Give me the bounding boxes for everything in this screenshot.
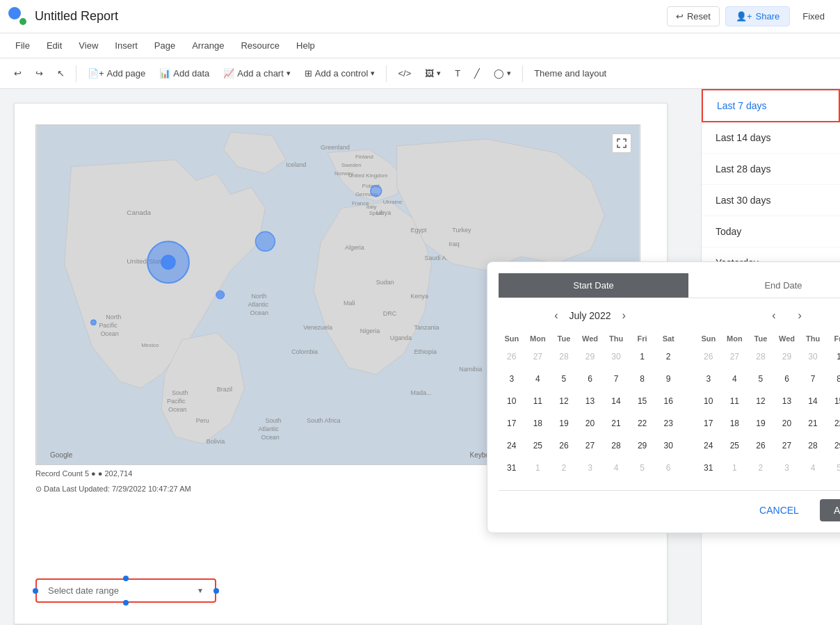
menu-edit[interactable]: Edit bbox=[40, 38, 69, 54]
calendar-day[interactable]: 10 bbox=[695, 390, 722, 412]
image-button[interactable]: 🖼 ▾ bbox=[419, 65, 446, 82]
shape-button[interactable]: ◯ ▾ bbox=[488, 65, 517, 82]
resize-handle-left[interactable] bbox=[33, 588, 38, 594]
calendar-day[interactable]: 4 bbox=[525, 368, 551, 390]
calendar-day[interactable]: 13 bbox=[577, 390, 604, 412]
resize-handle-right[interactable] bbox=[213, 588, 219, 594]
start-date-tab[interactable]: Start Date bbox=[499, 273, 688, 298]
calendar-day[interactable]: 26 bbox=[748, 435, 774, 457]
calendar-day[interactable]: 4 bbox=[800, 457, 826, 479]
calendar-day[interactable]: 8 bbox=[629, 368, 656, 390]
calendar-day[interactable]: 20 bbox=[577, 412, 604, 435]
select-button[interactable]: ↖ bbox=[51, 65, 70, 82]
right-month-next-button[interactable]: › bbox=[793, 307, 807, 325]
calendar-day[interactable]: 1 bbox=[629, 346, 656, 368]
menu-arrange[interactable]: Arrange bbox=[185, 38, 231, 54]
calendar-day[interactable]: 15 bbox=[629, 390, 656, 412]
calendar-day[interactable]: 23 bbox=[655, 412, 681, 435]
calendar-day[interactable]: 27 bbox=[774, 435, 800, 457]
calendar-day[interactable]: 19 bbox=[748, 412, 774, 435]
share-button[interactable]: 👤+ Share bbox=[725, 6, 790, 26]
menu-page[interactable]: Page bbox=[147, 38, 182, 54]
text-button[interactable]: T bbox=[449, 65, 466, 82]
calendar-day[interactable]: 21 bbox=[800, 412, 826, 435]
calendar-day[interactable]: 29 bbox=[577, 346, 604, 368]
dropdown-item-last14[interactable]: Last 14 days bbox=[702, 122, 840, 154]
resize-handle-top[interactable] bbox=[123, 576, 129, 581]
menu-view[interactable]: View bbox=[72, 38, 105, 54]
calendar-day[interactable]: 4 bbox=[603, 457, 629, 479]
add-chart-button[interactable]: 📈 Add a chart ▾ bbox=[218, 65, 296, 82]
line-button[interactable]: ╱ bbox=[469, 65, 485, 82]
calendar-day[interactable]: 14 bbox=[603, 390, 629, 412]
calendar-day[interactable]: 28 bbox=[748, 346, 774, 368]
calendar-day[interactable]: 22 bbox=[826, 412, 840, 435]
redo-button[interactable]: ↪ bbox=[30, 65, 49, 82]
left-month-prev-button[interactable]: ‹ bbox=[549, 307, 563, 325]
calendar-day[interactable]: 2 bbox=[655, 346, 681, 368]
dropdown-item-today[interactable]: Today bbox=[702, 216, 840, 247]
calendar-day[interactable]: 6 bbox=[655, 457, 681, 479]
calendar-day[interactable]: 26 bbox=[695, 346, 722, 368]
resize-handle-bottom[interactable] bbox=[123, 600, 129, 606]
calendar-day[interactable]: 28 bbox=[551, 346, 577, 368]
cancel-button[interactable]: CANCEL bbox=[745, 499, 813, 521]
calendar-day[interactable]: 28 bbox=[603, 435, 629, 457]
dropdown-item-last30[interactable]: Last 30 days bbox=[702, 185, 840, 216]
calendar-day[interactable]: 22 bbox=[629, 412, 656, 435]
calendar-day[interactable]: 7 bbox=[603, 368, 629, 390]
undo-button[interactable]: ↩ bbox=[8, 65, 27, 82]
calendar-day[interactable]: 25 bbox=[722, 435, 748, 457]
calendar-day[interactable]: 11 bbox=[722, 390, 748, 412]
calendar-day[interactable]: 16 bbox=[655, 390, 681, 412]
calendar-day[interactable]: 18 bbox=[722, 412, 748, 435]
calendar-day[interactable]: 2 bbox=[748, 457, 774, 479]
calendar-day[interactable]: 5 bbox=[748, 368, 774, 390]
theme-layout-button[interactable]: Theme and layout bbox=[528, 65, 612, 82]
calendar-day[interactable]: 29 bbox=[826, 435, 840, 457]
calendar-day[interactable]: 3 bbox=[774, 457, 800, 479]
calendar-day[interactable]: 12 bbox=[551, 390, 577, 412]
calendar-day[interactable]: 18 bbox=[525, 412, 551, 435]
calendar-day[interactable]: 5 bbox=[826, 457, 840, 479]
calendar-day[interactable]: 11 bbox=[525, 390, 551, 412]
calendar-day[interactable]: 6 bbox=[774, 368, 800, 390]
calendar-day[interactable]: 9 bbox=[655, 368, 681, 390]
calendar-day[interactable]: 13 bbox=[774, 390, 800, 412]
calendar-day[interactable]: 1 bbox=[826, 346, 840, 368]
calendar-day[interactable]: 15 bbox=[826, 390, 840, 412]
code-button[interactable]: </> bbox=[392, 65, 417, 82]
calendar-day[interactable]: 25 bbox=[525, 435, 551, 457]
calendar-day[interactable]: 29 bbox=[774, 346, 800, 368]
left-month-next-button[interactable]: › bbox=[616, 307, 631, 325]
calendar-day[interactable]: 8 bbox=[826, 368, 840, 390]
calendar-day[interactable]: 1 bbox=[525, 457, 551, 479]
calendar-day[interactable]: 26 bbox=[551, 435, 577, 457]
calendar-day[interactable]: 26 bbox=[499, 346, 525, 368]
calendar-day[interactable]: 3 bbox=[695, 368, 722, 390]
fullscreen-button[interactable] bbox=[612, 133, 631, 153]
calendar-day[interactable]: 30 bbox=[655, 435, 681, 457]
calendar-day[interactable]: 10 bbox=[499, 390, 525, 412]
calendar-day[interactable]: 7 bbox=[800, 368, 826, 390]
calendar-day[interactable]: 24 bbox=[695, 435, 722, 457]
end-date-tab[interactable]: End Date bbox=[688, 273, 840, 298]
apply-button[interactable]: APPLY bbox=[820, 499, 840, 521]
calendar-day[interactable]: 21 bbox=[603, 412, 629, 435]
menu-resource[interactable]: Resource bbox=[234, 38, 286, 54]
date-range-selector[interactable]: Select date range ▼ bbox=[35, 578, 216, 603]
add-data-button[interactable]: 📊 Add data bbox=[154, 65, 215, 82]
dropdown-item-last28[interactable]: Last 28 days bbox=[702, 154, 840, 185]
calendar-day[interactable]: 28 bbox=[800, 435, 826, 457]
calendar-day[interactable]: 6 bbox=[577, 368, 604, 390]
calendar-day[interactable]: 2 bbox=[551, 457, 577, 479]
calendar-day[interactable]: 31 bbox=[695, 457, 722, 479]
calendar-day[interactable]: 30 bbox=[800, 346, 826, 368]
right-month-prev-button[interactable]: ‹ bbox=[766, 307, 781, 325]
calendar-day[interactable]: 12 bbox=[748, 390, 774, 412]
menu-help[interactable]: Help bbox=[289, 38, 322, 54]
calendar-day[interactable]: 24 bbox=[499, 435, 525, 457]
calendar-day[interactable]: 27 bbox=[525, 346, 551, 368]
calendar-day[interactable]: 1 bbox=[722, 457, 748, 479]
calendar-day[interactable]: 27 bbox=[722, 346, 748, 368]
